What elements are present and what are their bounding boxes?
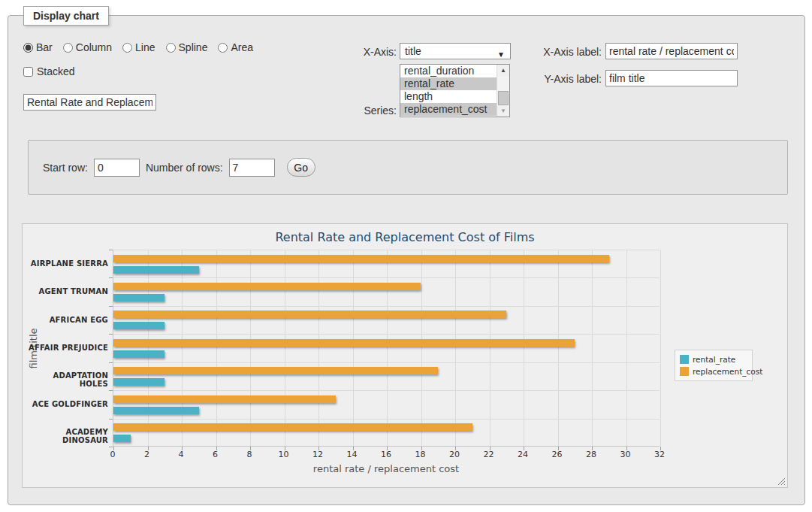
y-axis-category-label: AFFAIR PREJUDICE <box>23 344 108 352</box>
chart-container: Rental Rate and Replacement Cost of Film… <box>22 223 788 488</box>
chart-type-column[interactable]: Column <box>63 41 112 53</box>
y-axis-category-label: AIRPLANE SIERRA <box>23 259 108 268</box>
series-option-length[interactable]: length <box>400 90 497 103</box>
chart-title: Rental Rate and Replacement Cost of Film… <box>23 230 787 244</box>
gridline <box>148 250 149 446</box>
gridline <box>113 334 660 335</box>
scroll-up-icon[interactable]: ▲ <box>497 65 509 76</box>
x-axis-tick-label: 30 <box>620 450 631 459</box>
x-axis-tick-label: 18 <box>415 450 426 459</box>
y-tick <box>109 390 113 391</box>
series-listbox[interactable]: rental_durationrental_ratelengthreplacem… <box>400 64 510 117</box>
x-axis-select-label: X-Axis: <box>324 46 397 58</box>
gridline <box>113 250 660 250</box>
bar-replacement_cost <box>113 283 421 290</box>
gridline <box>558 250 559 446</box>
x-axis-tick-label: 10 <box>279 450 289 459</box>
chart-type-line[interactable]: Line <box>122 41 155 53</box>
gridline <box>626 250 627 446</box>
num-rows-input[interactable] <box>229 159 275 177</box>
legend-item-replacement_cost[interactable]: replacement_cost <box>680 365 747 377</box>
x-axis-selected-value: title <box>405 45 421 57</box>
x-axis-tick-label: 14 <box>347 450 358 459</box>
bar-rental_rate <box>113 322 165 329</box>
series-option-replacement_cost[interactable]: replacement_cost <box>400 103 497 116</box>
stacked-option[interactable]: Stacked <box>23 65 75 77</box>
legend-swatch-icon <box>680 355 689 364</box>
resize-handle-icon[interactable] <box>777 477 785 485</box>
chart-type-area[interactable]: Area <box>218 41 253 53</box>
y-tick <box>109 277 113 278</box>
chart-type-text: Column <box>76 41 112 53</box>
start-row-label: Start row: <box>43 162 88 174</box>
y-axis-label-input[interactable] <box>605 70 738 86</box>
x-axis-tick-label: 16 <box>381 450 391 459</box>
series-options: rental_durationrental_ratelengthreplacem… <box>400 65 497 117</box>
chart-y-axis-labels: AIRPLANE SIERRAAGENT TRUMANAFRICAN EGGAF… <box>23 250 108 447</box>
gridline <box>660 250 661 446</box>
series-option-rental_rate[interactable]: rental_rate <box>400 77 497 90</box>
gridline <box>285 250 285 446</box>
chart-legend: rental_ratereplacement_cost <box>675 350 753 381</box>
y-axis-category-label: AGENT TRUMAN <box>23 287 108 295</box>
gridline <box>318 250 319 446</box>
x-axis-tick-label: 24 <box>518 450 528 459</box>
x-axis-tick-label: 8 <box>247 450 252 459</box>
start-row-input[interactable] <box>94 159 140 177</box>
chart-type-radio-spline[interactable] <box>166 43 176 53</box>
gridline <box>113 306 660 307</box>
stacked-checkbox[interactable] <box>23 67 33 77</box>
bar-replacement_cost <box>113 423 472 431</box>
gridline <box>113 419 660 420</box>
x-axis-tick-label: 2 <box>144 450 149 459</box>
gridline <box>387 250 388 446</box>
chart-type-spline[interactable]: Spline <box>166 41 208 53</box>
x-axis-tick-label: 20 <box>449 450 460 459</box>
y-tick <box>109 362 113 363</box>
gridline <box>524 250 524 446</box>
chart-title-input[interactable] <box>23 94 156 111</box>
go-button[interactable]: Go <box>287 158 315 177</box>
y-axis-label-label: Y-Axis label: <box>527 73 602 85</box>
chart-type-radio-area[interactable] <box>218 43 228 53</box>
gridline <box>113 390 660 391</box>
series-label: Series: <box>324 105 397 117</box>
x-axis-label-input[interactable] <box>605 43 738 59</box>
x-axis-tick-label: 4 <box>179 450 184 459</box>
y-axis-category-label: ACE GOLDFINGER <box>23 400 108 408</box>
scrollbar-thumb[interactable] <box>498 91 509 105</box>
series-option-rental_duration[interactable]: rental_duration <box>400 65 497 77</box>
chart-x-axis-labels: 02468101214161820222426283032 <box>23 450 789 460</box>
y-tick <box>109 447 113 447</box>
chart-type-radio-bar[interactable] <box>23 43 33 53</box>
x-axis-tick-label: 28 <box>586 450 596 459</box>
gridline <box>353 250 354 446</box>
chart-type-radio-column[interactable] <box>63 43 73 53</box>
gridline <box>592 250 593 446</box>
x-axis-label-label: X-Axis label: <box>527 46 602 58</box>
gridline <box>455 250 456 446</box>
chart-type-text: Bar <box>36 41 53 53</box>
gridline <box>113 277 660 278</box>
bar-replacement_cost <box>113 367 438 374</box>
x-axis-select[interactable]: title ▼ <box>400 43 511 59</box>
scroll-down-icon[interactable]: ▼ <box>497 105 509 117</box>
y-tick <box>109 250 113 250</box>
y-axis-category-label: ACADEMY DINOSAUR <box>23 428 108 444</box>
legend-item-rental_rate[interactable]: rental_rate <box>680 353 747 365</box>
x-axis-tick-label: 22 <box>484 450 494 459</box>
display-chart-panel: Display chart BarColumnLineSplineArea St… <box>8 15 805 505</box>
y-tick <box>109 306 113 307</box>
gridline <box>216 250 217 446</box>
bar-rental_rate <box>113 378 165 386</box>
x-axis-tick-label: 6 <box>213 450 218 459</box>
chart-type-radio-line[interactable] <box>122 43 132 53</box>
chart-type-text: Line <box>135 41 155 53</box>
chart-type-bar[interactable]: Bar <box>23 41 53 53</box>
chevron-down-icon: ▼ <box>497 47 505 62</box>
series-scrollbar[interactable]: ▲ ▼ <box>497 65 509 117</box>
chart-type-text: Area <box>231 41 253 53</box>
y-axis-category-label: ADAPTATION HOLES <box>23 371 108 388</box>
bar-replacement_cost <box>113 255 609 262</box>
legend-swatch-icon <box>680 367 689 376</box>
